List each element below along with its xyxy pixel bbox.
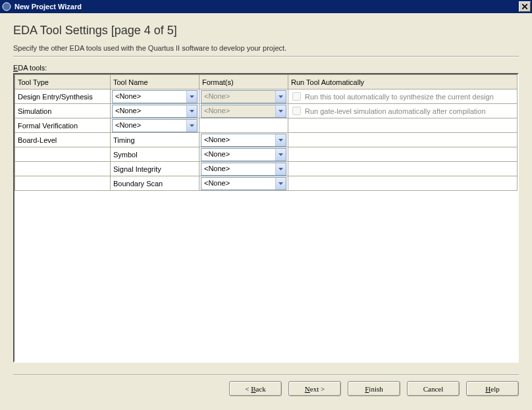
app-icon [1,1,12,12]
cell-symbol-label: Symbol [111,147,200,162]
header-tool-name: Tool Name [111,75,200,90]
cancel-button[interactable]: Cancel [407,381,460,396]
cell-timing-label: Timing [111,133,200,147]
row-board-level-boundary-scan: Boundary Scan <None> [15,176,518,191]
svg-point-0 [3,3,11,11]
design-entry-name-dropdown[interactable]: <None> [112,90,198,103]
header-formats: Format(s) [200,75,288,90]
eda-tools-grid: Tool Type Tool Name Format(s) Run Tool A… [13,73,519,363]
page-title: EDA Tool Settings [page 4 of 5] [13,24,519,38]
button-bar: < Back Next > Finish Cancel Help [0,376,532,404]
dropdown-value: <None> [201,163,275,175]
chevron-down-icon [275,91,286,103]
section-label: EDA tools: [13,64,519,72]
chevron-down-icon [275,134,286,146]
dropdown-value: <None> [113,105,186,117]
design-entry-auto-checkbox [292,92,301,101]
close-button[interactable] [519,1,531,12]
help-button[interactable]: Help [466,381,519,396]
row-board-level-timing: Board-Level Timing <None> [15,133,518,147]
dropdown-value: <None> [113,91,186,103]
cell-simulation-type: Simulation [15,104,111,118]
simulation-auto-checkbox [292,107,301,115]
simulation-name-dropdown[interactable]: <None> [112,105,198,118]
chevron-down-icon [275,178,286,190]
simulation-format-dropdown: <None> [201,105,286,118]
simulation-auto-label: Run gate-level simulation automatically … [305,107,486,115]
header-tool-type: Tool Type [15,75,111,90]
dropdown-value: <None> [201,105,275,117]
chevron-down-icon [186,105,197,117]
dropdown-value: <None> [201,134,275,146]
chevron-down-icon [275,163,286,175]
cell-boundary-scan-label: Boundary Scan [111,176,200,191]
formal-verification-name-dropdown[interactable]: <None> [112,119,198,132]
cell-formal-verification-type: Formal Verification [15,118,111,133]
signal-integrity-format-dropdown[interactable]: <None> [201,163,286,176]
design-entry-format-dropdown: <None> [201,90,286,103]
row-board-level-symbol: Symbol <None> [15,147,518,162]
boundary-scan-format-dropdown[interactable]: <None> [201,177,286,190]
page-subtitle: Specify the other EDA tools used with th… [13,44,519,52]
cell-board-level-type: Board-Level [15,133,111,147]
row-board-level-signal-integrity: Signal Integrity <None> [15,162,518,176]
window-title: New Project Wizard [14,3,519,11]
symbol-format-dropdown[interactable]: <None> [201,148,286,161]
design-entry-auto-label: Run this tool automatically to synthesiz… [305,93,494,101]
next-button[interactable]: Next > [288,381,341,396]
row-design-entry: Design Entry/Synthesis <None> <None> [15,90,518,104]
cell-signal-integrity-label: Signal Integrity [111,162,200,176]
header-auto: Run Tool Automatically [288,75,518,90]
row-formal-verification: Formal Verification <None> [15,118,518,133]
dropdown-value: <None> [113,120,186,132]
chevron-down-icon [186,120,197,132]
design-entry-auto-checkbox-row: Run this tool automatically to synthesiz… [290,90,516,103]
row-simulation: Simulation <None> <None> [15,104,518,118]
dropdown-value: <None> [201,91,275,103]
timing-format-dropdown[interactable]: <None> [201,134,286,147]
finish-button[interactable]: Finish [348,381,400,396]
back-button[interactable]: < Back [229,381,282,396]
titlebar: New Project Wizard [0,0,532,13]
dropdown-value: <None> [201,178,275,190]
cell-design-entry-type: Design Entry/Synthesis [15,90,111,104]
chevron-down-icon [186,91,197,103]
divider [13,56,519,57]
chevron-down-icon [275,105,286,117]
dropdown-value: <None> [201,149,275,161]
simulation-auto-checkbox-row: Run gate-level simulation automatically … [290,104,516,118]
chevron-down-icon [275,149,286,161]
